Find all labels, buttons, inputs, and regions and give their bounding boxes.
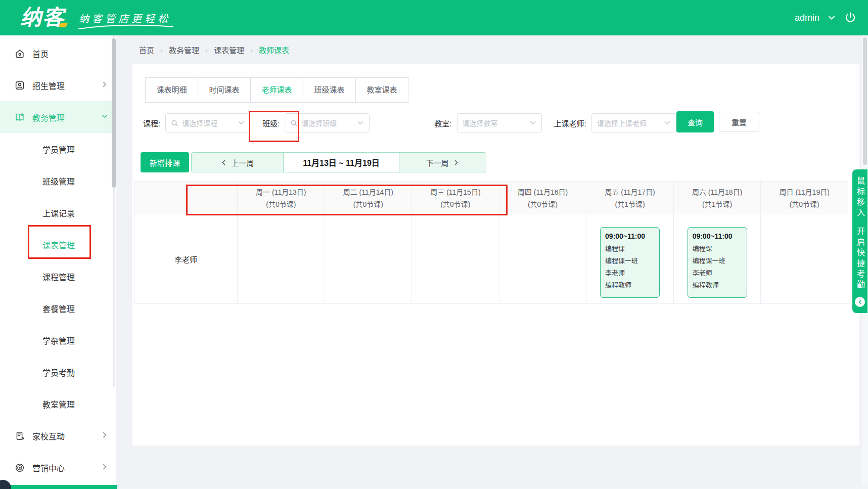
subitem-label: 课表管理 — [42, 239, 75, 251]
subitem-label: 学员管理 — [42, 143, 75, 155]
course-select[interactable]: 请选择课程 — [165, 113, 250, 132]
class-event-card[interactable]: 09:00~11:00 编程课 编程课一班 李老师 编程教师 — [600, 227, 660, 298]
event-course: 编程课 — [605, 243, 655, 253]
lesson-count: (共0节课) — [528, 199, 558, 209]
sidebar-item-home-school[interactable]: 家校互动 — [0, 420, 116, 452]
event-class: 编程课一班 — [605, 255, 655, 265]
class-select[interactable]: 请选择班级 — [285, 113, 370, 132]
sidebar-subitem-students[interactable]: 学员管理 — [0, 133, 116, 165]
teacher-filter-label: 上课老师: — [554, 118, 586, 128]
home-icon — [14, 48, 25, 59]
sidebar-subitem-classrooms[interactable]: 教室管理 — [0, 388, 116, 420]
target-icon — [14, 462, 25, 473]
add-schedule-button[interactable]: 新增排课 — [141, 152, 189, 172]
subitem-label: 学杂管理 — [42, 334, 75, 346]
sidebar-subitem-classes[interactable]: 班级管理 — [0, 165, 116, 197]
schedule-tabs: 课表明细 时间课表 老师课表 班级课表 教室课表 — [145, 77, 408, 103]
quick-attendance-widget[interactable]: 鼠标移入 开启快捷考勤 — [852, 169, 867, 313]
sidebar-subitem-packages[interactable]: 套餐管理 — [0, 292, 116, 324]
classroom-select-placeholder: 请选择教室 — [463, 118, 527, 128]
class-select-placeholder: 请选择班级 — [301, 118, 355, 128]
lesson-count: (共1节课) — [615, 199, 645, 209]
lesson-count: (共0节课) — [440, 199, 470, 209]
breadcrumb: 首页 › 教务管理 › 课表管理 › 教师课表 — [139, 45, 289, 55]
schedule-cell-sun — [761, 214, 848, 303]
search-icon — [290, 119, 298, 127]
week-navigator: 上一周 11月13日 ~ 11月19日 下一周 — [191, 152, 486, 172]
day-label: 周日 (11月19日) — [780, 187, 830, 197]
sidebar-subitem-lesson-records[interactable]: 上课记录 — [0, 197, 116, 229]
sidebar-subitem-timetable[interactable]: 课表管理 — [0, 229, 116, 260]
lesson-count: (共0节课) — [266, 199, 296, 209]
breadcrumb-timetable[interactable]: 课表管理 — [214, 45, 244, 55]
chevron-left-icon — [220, 159, 227, 166]
lesson-count: (共1节课) — [702, 199, 732, 209]
classroom-filter-label: 教室: — [434, 118, 451, 128]
sidebar-item-label: 教务管理 — [32, 111, 65, 123]
classroom-select[interactable]: 请选择教室 — [457, 113, 542, 132]
sidebar-scrollbar-thumb[interactable] — [112, 38, 116, 188]
subitem-label: 课程管理 — [42, 271, 75, 283]
query-button[interactable]: 查询 — [676, 111, 714, 132]
subitem-label: 套餐管理 — [42, 302, 75, 315]
subitem-label: 教室管理 — [42, 398, 75, 410]
breadcrumb-home[interactable]: 首页 — [139, 45, 154, 55]
tab-classroom-timetable[interactable]: 教室课表 — [355, 77, 408, 103]
chevron-left-icon — [857, 299, 863, 305]
event-role: 编程教师 — [605, 280, 655, 289]
slogan-underline — [78, 24, 174, 31]
horizontal-scrollbar-thumb[interactable] — [0, 485, 117, 489]
teacher-select-placeholder: 请选择上课老师 — [597, 118, 662, 128]
sidebar-item-label: 首页 — [32, 48, 49, 60]
page-scrollbar-thumb[interactable] — [863, 37, 867, 165]
breadcrumb-academic[interactable]: 教务管理 — [169, 45, 199, 55]
breadcrumb-separator: › — [250, 46, 253, 54]
next-week-button[interactable]: 下一周 — [399, 153, 486, 172]
breadcrumb-teacher-timetable: 教师课表 — [259, 45, 289, 55]
event-time: 09:00~11:00 — [693, 232, 742, 240]
schedule-teacher-row: 李老师 09:00~11:00 编程课 编程课一班 李老师 编程教师 — [134, 214, 848, 303]
sidebar-item-marketing[interactable]: 营销中心 — [0, 452, 116, 483]
day-header-sun: 周日 (11月19日) (共0节课) — [761, 182, 848, 214]
lesson-count: (共0节课) — [353, 199, 383, 209]
sidebar-subitem-fees[interactable]: 学杂管理 — [0, 324, 116, 356]
prev-week-button[interactable]: 上一周 — [192, 153, 284, 172]
tab-teacher-timetable[interactable]: 老师课表 — [250, 77, 303, 103]
collapse-toggle[interactable] — [855, 297, 865, 307]
sidebar-item-label: 营销中心 — [32, 462, 65, 474]
day-header-wed: 周三 (11月15日) (共0节课) — [412, 182, 499, 214]
sidebar: 首页 招生管理 教务管理 学员管理 班级管理 上课记录 课表管理 课程管理 套餐… — [0, 35, 116, 489]
logo-text: 纳客 — [20, 7, 65, 28]
sidebar-item-admissions[interactable]: 招生管理 — [0, 69, 116, 101]
day-label: 周一 (11月13日) — [256, 187, 306, 197]
username[interactable]: admin — [795, 13, 819, 23]
schedule-cell-wed — [412, 214, 499, 303]
tab-class-timetable[interactable]: 班级课表 — [303, 77, 356, 103]
reset-button[interactable]: 重置 — [719, 112, 759, 132]
school-building-icon — [14, 430, 25, 441]
week-range: 11月13日 ~ 11月19日 — [284, 153, 399, 172]
sidebar-item-academic[interactable]: 教务管理 — [0, 101, 116, 133]
tab-time-timetable[interactable]: 时间课表 — [198, 77, 251, 103]
sidebar-item-home[interactable]: 首页 — [0, 37, 116, 69]
schedule-cell-fri: 09:00~11:00 编程课 编程课一班 李老师 编程教师 — [586, 214, 674, 303]
chevron-down-icon — [357, 119, 364, 126]
sidebar-subitem-courses[interactable]: 课程管理 — [0, 260, 116, 292]
day-label: 周三 (11月15日) — [430, 187, 480, 197]
chevron-down-icon — [238, 119, 245, 126]
event-teacher: 李老师 — [693, 268, 742, 277]
tab-timetable-detail[interactable]: 课表明细 — [145, 77, 198, 103]
book-icon — [14, 112, 25, 123]
sidebar-subitem-attendance[interactable]: 学员考勤 — [0, 356, 116, 388]
logo-slogan: 纳客管店更轻松 — [79, 13, 171, 25]
schedule-cell-sat: 09:00~11:00 编程课 编程课一班 李老师 编程教师 — [674, 214, 761, 303]
class-event-card[interactable]: 09:00~11:00 编程课 编程课一班 李老师 编程教师 — [688, 227, 747, 298]
day-header-fri: 周五 (11月17日) (共1节课) — [586, 182, 674, 214]
user-menu-chevron-icon[interactable] — [828, 14, 836, 22]
logout-power-icon[interactable] — [844, 11, 857, 24]
teacher-select[interactable]: 请选择上课老师 — [591, 113, 676, 132]
main-content: 首页 › 教务管理 › 课表管理 › 教师课表 课表明细 时间课表 老师课表 班… — [116, 35, 868, 489]
chevron-right-icon — [101, 463, 108, 472]
course-select-placeholder: 请选择课程 — [182, 118, 236, 128]
day-label: 周二 (11月14日) — [343, 187, 393, 197]
